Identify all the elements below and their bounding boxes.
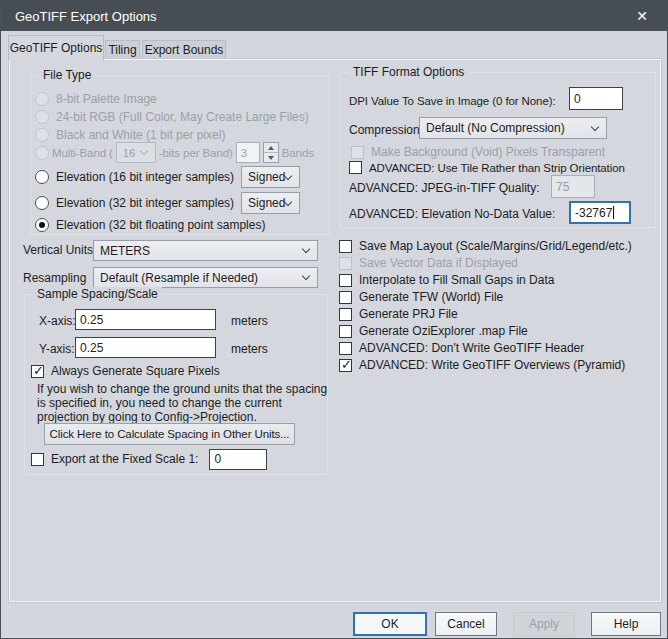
checkbox-label: ADVANCED: Use Tile Rather than Strip Ori… [369, 162, 625, 174]
tile-orientation-checkbox[interactable] [349, 161, 362, 174]
transparent-checkbox [351, 146, 364, 159]
chevron-down-icon [591, 122, 599, 130]
signed-select-32[interactable]: Signed [241, 192, 300, 214]
tab-geotiff-options[interactable]: GeoTIFF Options [8, 35, 104, 60]
nodata-label: ADVANCED: Elevation No-Data Value: [349, 207, 555, 221]
window-title: GeoTIFF Export Options [15, 9, 157, 24]
cancel-button[interactable]: Cancel [435, 612, 497, 636]
y-axis-label: Y-axis: [39, 342, 75, 356]
tile-orientation-checkbox-row: ADVANCED: Use Tile Rather than Strip Ori… [349, 161, 625, 174]
signed-value: Signed [248, 170, 285, 184]
checkbox-label: Interpolate to Fill Small Gaps in Data [359, 273, 554, 287]
square-pixels-checkbox[interactable] [31, 365, 44, 378]
dpi-label: DPI Value To Save in Image (0 for None): [349, 94, 556, 108]
projection-note: If you wish to change the ground units t… [37, 382, 331, 424]
save-map-layout-row: Save Map Layout (Scale/Margins/Grid/Lege… [339, 239, 632, 253]
apply-button: Apply [513, 612, 575, 636]
chevron-down-icon [284, 197, 292, 205]
x-axis-input[interactable]: 0.25 [75, 309, 216, 330]
spin-up-icon [268, 146, 274, 150]
signed-select-16[interactable]: Signed [241, 166, 300, 188]
radio-row-elevation-16: Elevation (16 bit integer samples) Signe… [35, 166, 291, 188]
geotiff-export-options-dialog: GeoTIFF Export Options ✕ GeoTIFF Options… [0, 0, 668, 639]
fixed-scale-input[interactable]: 0 [209, 449, 267, 470]
transparent-checkbox-row: Make Background (Void) Pixels Transparen… [351, 145, 605, 159]
radio-8bit-palette [35, 92, 49, 106]
compression-label: Compression: [349, 123, 423, 137]
bands-stepper [263, 142, 279, 163]
x-axis-label: X-axis: [39, 314, 76, 328]
radio-label: Elevation (16 bit integer samples) [56, 170, 234, 184]
checkbox-label: Generate TFW (World) File [359, 290, 503, 304]
checkbox-label: Always Generate Square Pixels [51, 364, 220, 378]
tab-export-bounds[interactable]: Export Bounds [142, 40, 226, 59]
generate-tfw-checkbox[interactable] [339, 291, 352, 304]
bands-label: Bands [282, 147, 314, 159]
help-button[interactable]: Help [591, 612, 661, 636]
chevron-down-icon [284, 171, 292, 179]
checkbox-label: Save Vector Data if Displayed [359, 256, 518, 270]
x-axis-unit: meters [231, 314, 268, 328]
generate-oziexplorer-checkbox[interactable] [339, 325, 352, 338]
radio-elevation-16[interactable] [35, 170, 49, 184]
group-title: TIFF Format Options [349, 65, 468, 79]
radio-elevation-32-float[interactable] [35, 218, 49, 232]
interpolate-gaps-checkbox[interactable] [339, 274, 352, 287]
ok-button[interactable]: OK [353, 612, 427, 636]
bands-count-input: 3 [236, 142, 260, 163]
y-axis-unit: meters [231, 342, 268, 356]
y-axis-input[interactable]: 0.25 [75, 337, 216, 358]
checkbox-label: Generate PRJ File [359, 307, 458, 321]
radio-24bit-rgb [35, 110, 49, 124]
checkbox-label: ADVANCED: Write GeoTIFF Overviews (Pyram… [359, 358, 625, 372]
generate-tfw-row: Generate TFW (World) File [339, 290, 632, 304]
save-map-layout-checkbox[interactable] [339, 240, 352, 253]
vertical-units-label: Vertical Units [23, 243, 93, 257]
jpeg-quality-label: ADVANCED: JPEG-in-TIFF Quality: [349, 181, 539, 195]
dont-write-header-row: ADVANCED: Don't Write GeoTIFF Header [339, 341, 632, 355]
titlebar[interactable]: GeoTIFF Export Options ✕ [1, 1, 667, 31]
radio-row-24bit-rgb: 24-bit RGB (Full Color, May Create Large… [35, 110, 309, 124]
save-vector-data-row: Save Vector Data if Displayed [339, 256, 632, 270]
file-type-group: File Type 8-bit Palette Image 24-bit RGB… [30, 75, 330, 235]
fixed-scale-checkbox[interactable] [31, 453, 44, 466]
text-caret [613, 206, 614, 219]
signed-value: Signed [248, 196, 285, 210]
nodata-value: -32767 [575, 206, 612, 220]
group-title: Sample Spacing/Scale [33, 287, 162, 301]
resampling-label: Resampling [23, 271, 86, 285]
jpeg-quality-input: 75 [551, 175, 595, 198]
chevron-down-icon [302, 245, 310, 253]
radio-row-elevation-32-float: Elevation (32 bit floating point samples… [35, 218, 265, 232]
checkbox-label: ADVANCED: Don't Write GeoTIFF Header [359, 341, 584, 355]
radio-elevation-32[interactable] [35, 196, 49, 210]
group-title: File Type [39, 68, 95, 82]
radio-row-elevation-32: Elevation (32 bit integer samples) Signe… [35, 192, 291, 214]
sample-spacing-group: Sample Spacing/Scale X-axis: 0.25 meters… [24, 294, 328, 475]
spin-down-icon [268, 156, 274, 160]
dpi-input[interactable]: 0 [569, 87, 623, 110]
compression-select[interactable]: Default (No Compression) [419, 117, 607, 139]
vertical-units-select[interactable]: METERS [93, 240, 318, 261]
radio-row-multi-band: Multi-Band ( 16 -bits per Band) 3 Bands [35, 142, 314, 163]
radio-row-8bit-palette: 8-bit Palette Image [35, 92, 157, 106]
checkbox-label: Make Background (Void) Pixels Transparen… [371, 145, 605, 159]
square-pixels-checkbox-row: Always Generate Square Pixels [31, 364, 220, 378]
chevron-down-icon [140, 147, 148, 155]
close-icon: ✕ [636, 8, 648, 24]
tab-tiling[interactable]: Tiling [105, 40, 140, 59]
tab-page-geotiff-options: File Type 8-bit Palette Image 24-bit RGB… [9, 59, 661, 602]
radio-multi-band [35, 146, 49, 160]
close-button[interactable]: ✕ [631, 8, 653, 24]
bits-per-band-select: 16 [116, 142, 156, 163]
generate-prj-checkbox[interactable] [339, 308, 352, 321]
resampling-select[interactable]: Default (Resample if Needed) [93, 267, 318, 288]
calculate-spacing-button[interactable]: Click Here to Calculate Spacing in Other… [44, 423, 295, 445]
nodata-input[interactable]: -32767 [569, 201, 631, 224]
dont-write-header-checkbox[interactable] [339, 342, 352, 355]
write-overviews-checkbox[interactable] [339, 359, 352, 372]
resampling-value: Default (Resample if Needed) [100, 271, 258, 285]
radio-label: 24-bit RGB (Full Color, May Create Large… [56, 110, 309, 124]
save-options-list: Save Map Layout (Scale/Margins/Grid/Lege… [339, 239, 632, 372]
generate-oziexplorer-row: Generate OziExplorer .map File [339, 324, 632, 338]
